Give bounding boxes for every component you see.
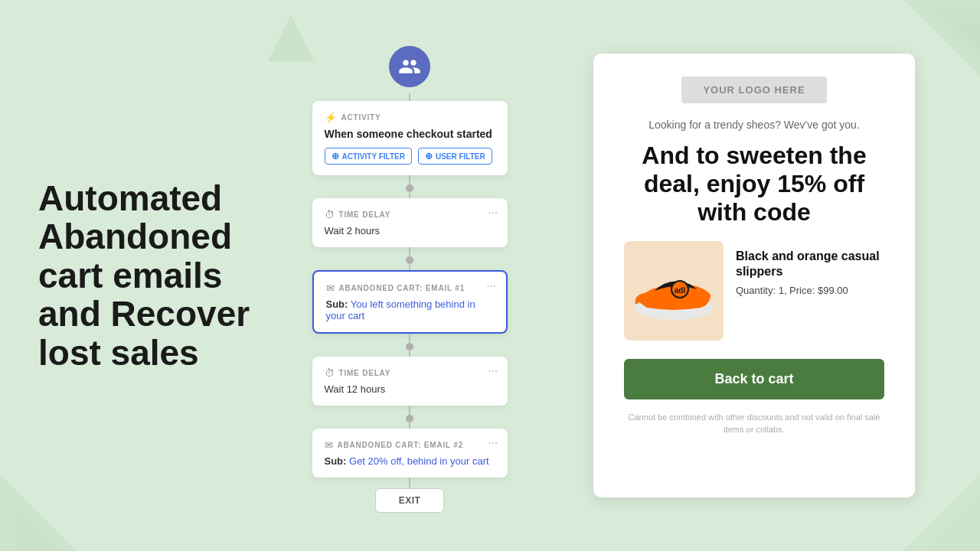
activity-card: ⚡ ACTIVITY When someone checkout started… — [312, 101, 508, 175]
sub-label-2: Sub: — [325, 455, 347, 467]
email-1-card: ··· ✉ ABANDONED CART: EMAIL #1 Sub: You … — [312, 270, 508, 334]
email-1-subtitle: Sub: You left something behind in your c… — [326, 298, 494, 321]
card-dots-4[interactable]: ··· — [488, 436, 498, 450]
connector-dot-4 — [406, 415, 413, 422]
connector-segment-2 — [406, 247, 413, 270]
price-value: Price: $99.00 — [789, 285, 848, 296]
connector-dot-1 — [406, 184, 413, 192]
exit-box: EXIT — [375, 488, 444, 513]
conn-line-3 — [409, 247, 410, 256]
activity-filter-btn[interactable]: ⊕ ACTIVITY FILTER — [325, 148, 412, 165]
back-to-cart-button[interactable]: Back to cart — [624, 359, 884, 399]
email-2-subtitle: Sub: Get 20% off, behind in your cart — [325, 455, 495, 467]
card-dots-1[interactable]: ··· — [488, 206, 498, 220]
product-name: Black and orange casual slippers — [736, 249, 884, 278]
user-trigger-icon — [389, 46, 430, 87]
connector-segment-4 — [406, 406, 413, 429]
right-panel: YOUR LOGO HERE Looking for a trendy sheo… — [528, 0, 980, 551]
time-delay-1-text: Wait 2 hours — [325, 225, 495, 236]
activity-card-header: ⚡ ACTIVITY — [325, 112, 495, 123]
activity-label: ACTIVITY — [341, 113, 381, 122]
user-filter-label: USER FILTER — [436, 152, 485, 161]
connector-dot-3 — [406, 343, 413, 350]
card-dots-3[interactable]: ··· — [488, 364, 498, 378]
content-wrapper: Automated Abandoned cart emails and Reco… — [0, 0, 980, 551]
user-filter-btn[interactable]: ⊕ USER FILTER — [418, 148, 492, 165]
product-row: adl Black and orange casual slippers Qua… — [624, 241, 884, 341]
plus-icon-1: ⊕ — [332, 151, 339, 161]
exit-label: EXIT — [399, 495, 421, 506]
email-icon-2: ✉ — [325, 439, 333, 451]
users-svg-icon — [398, 55, 421, 78]
email-1-header: ✉ ABANDONED CART: EMAIL #1 — [326, 282, 494, 294]
connector-segment-5 — [409, 478, 410, 488]
email-disclaimer: Cannot be combined with other discounts … — [624, 412, 884, 435]
workflow-panel: ⚡ ACTIVITY When someone checkout started… — [291, 0, 528, 551]
conn-line — [409, 175, 410, 184]
time-delay-2-text: Wait 12 hours — [325, 383, 495, 395]
email-2-label: ABANDONED CART: EMAIL #2 — [338, 441, 464, 449]
conn-line-7 — [409, 406, 410, 415]
clock-icon-1: ⏱ — [325, 209, 335, 220]
slipper-svg: adl — [628, 249, 720, 333]
email-1-text: You left something behind in your cart — [326, 298, 475, 321]
time-delay-2-card: ··· ⏱ TIME DELAY Wait 12 hours — [312, 357, 508, 406]
email-icon-1: ✉ — [326, 282, 335, 294]
email-headline: And to sweeten the deal, enjoy 15% off w… — [624, 142, 884, 226]
time-delay-2-label: TIME DELAY — [339, 369, 391, 377]
connector-segment-1 — [406, 175, 413, 198]
conn-line-8 — [409, 422, 410, 429]
email-2-card: ··· ✉ ABANDONED CART: EMAIL #2 Sub: Get … — [312, 429, 508, 478]
conn-line-4 — [409, 264, 410, 270]
time-delay-2-header: ⏱ TIME DELAY — [325, 367, 495, 379]
connector-segment-3 — [406, 334, 413, 357]
sub-label-1: Sub: — [326, 298, 348, 310]
time-delay-1-header: ⏱ TIME DELAY — [325, 209, 495, 220]
svg-text:adl: adl — [675, 286, 686, 295]
activity-filter-label: ACTIVITY FILTER — [342, 152, 405, 161]
email-2-header: ✉ ABANDONED CART: EMAIL #2 — [325, 439, 495, 451]
conn-line-9 — [409, 478, 410, 488]
clock-icon-2: ⏱ — [325, 367, 335, 379]
connector-line-1 — [409, 93, 410, 101]
email-2-text: Get 20% off, behind in your cart — [349, 455, 489, 467]
filter-buttons: ⊕ ACTIVITY FILTER ⊕ USER FILTER — [325, 148, 495, 165]
main-headline: Automated Abandoned cart emails and Reco… — [38, 179, 260, 373]
logo-placeholder: YOUR LOGO HERE — [681, 77, 826, 103]
product-quantity: Quantity: 1, Price: $99.00 — [736, 285, 884, 296]
left-panel: Automated Abandoned cart emails and Reco… — [0, 0, 291, 551]
connector-dot-2 — [406, 256, 413, 264]
time-delay-1-card: ··· ⏱ TIME DELAY Wait 2 hours — [312, 198, 508, 247]
email-1-label: ABANDONED CART: EMAIL #1 — [339, 284, 466, 292]
quantity-value: Quantity: 1 — [736, 285, 784, 296]
email-tagline: Looking for a trendy sheos? Wev've got y… — [648, 119, 860, 131]
email-preview: YOUR LOGO HERE Looking for a trendy sheo… — [593, 54, 915, 497]
activity-icon: ⚡ — [325, 112, 337, 123]
conn-line-6 — [409, 350, 410, 357]
plus-icon-2: ⊕ — [425, 151, 433, 161]
conn-line-5 — [409, 334, 410, 343]
product-image: adl — [624, 241, 724, 341]
time-delay-1-label: TIME DELAY — [339, 210, 391, 219]
product-info: Black and orange casual slippers Quantit… — [736, 241, 884, 295]
activity-title: When someone checkout started — [325, 128, 495, 140]
conn-line-2 — [409, 192, 410, 198]
card-dots-2[interactable]: ··· — [486, 279, 496, 293]
